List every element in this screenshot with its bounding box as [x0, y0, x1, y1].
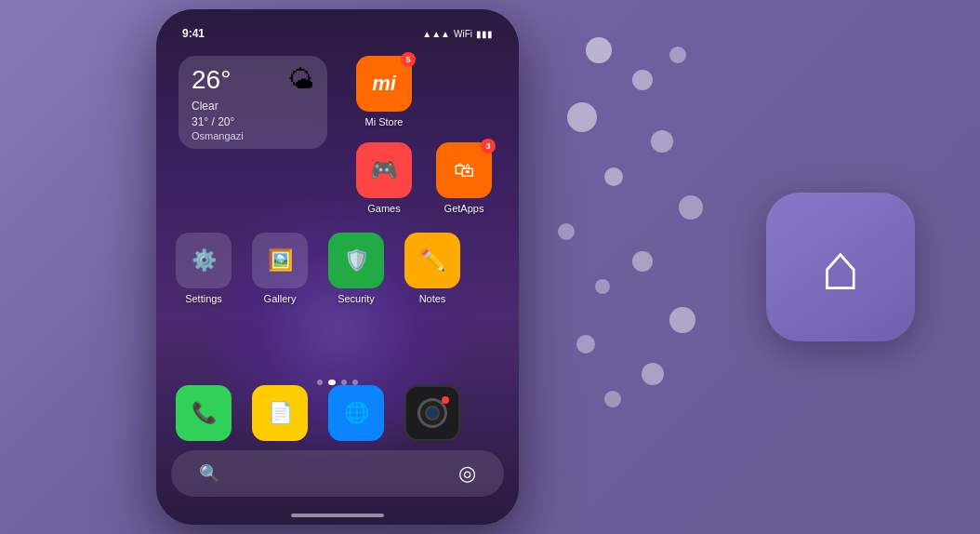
home-app-icon[interactable]: ⌂ [766, 193, 915, 341]
house-icon: ⌂ [821, 234, 860, 300]
security-icon: 🛡️ [328, 233, 384, 288]
app-phone[interactable]: 📞 [171, 385, 236, 441]
scatter-decoration [530, 19, 716, 391]
app-gallery[interactable]: 🖼️ Gallery [247, 233, 312, 304]
weather-temperature: 26° [192, 67, 231, 93]
bottom-bar: 🔍 ◎ [171, 450, 504, 497]
mi-store-icon: mi 5 [356, 56, 412, 112]
wifi-icon: WiFi [454, 29, 472, 39]
app-mi-store[interactable]: mi 5 Mi Store [351, 56, 417, 127]
scatter-circle [669, 307, 695, 333]
weather-widget[interactable]: 26° 🌤 Clear 31° / 20° Osmangazi [179, 56, 327, 149]
scatter-circle [604, 391, 621, 407]
app-notes[interactable]: ✏️ Notes [400, 233, 465, 304]
status-bar: 9:41 ▲▲▲ WiFi ▮▮▮ [156, 20, 519, 47]
search-icon[interactable]: 🔍 [199, 463, 219, 484]
app-files[interactable]: 📄 [247, 385, 312, 441]
dock-row: 📞 📄 🌐 [171, 385, 465, 441]
status-icons: ▲▲▲ WiFi ▮▮▮ [422, 29, 493, 39]
games-icon: 🎮 [356, 142, 412, 198]
getapps-label: GetApps [444, 203, 484, 214]
camera-record-dot [442, 396, 449, 404]
camera-icon [404, 385, 460, 441]
scatter-circle [558, 223, 575, 240]
weather-top: 26° 🌤 [192, 67, 314, 93]
home-indicator[interactable] [291, 514, 384, 517]
notes-label: Notes [419, 293, 446, 304]
notes-icon: ✏️ [404, 233, 460, 288]
ai-assistant-icon[interactable]: ◎ [458, 461, 476, 486]
scatter-circle [651, 130, 673, 153]
weather-icon: 🌤 [288, 67, 314, 93]
main-app-row: ⚙️ Settings 🖼️ Gallery 🛡️ Security ✏️ No… [171, 233, 465, 304]
phone-icon: 📞 [176, 385, 232, 441]
settings-icon: ⚙️ [176, 233, 232, 288]
scatter-circle [679, 195, 703, 220]
getapps-badge: 3 [481, 139, 496, 154]
app-security[interactable]: 🛡️ Security [324, 233, 389, 304]
mi-store-badge: 5 [401, 52, 416, 67]
scatter-circle [595, 279, 610, 294]
files-icon: 📄 [252, 385, 308, 441]
status-time: 9:41 [182, 27, 205, 40]
app-getapps[interactable]: 🛍 3 GetApps [431, 142, 497, 214]
games-label: Games [367, 203, 400, 214]
app-settings[interactable]: ⚙️ Settings [171, 233, 236, 304]
scatter-circle [669, 47, 686, 63]
scatter-circle [642, 363, 664, 385]
scatter-circle [604, 167, 623, 186]
scatter-circle [576, 335, 595, 354]
mi-store-label: Mi Store [365, 116, 404, 127]
signal-icon: ▲▲▲ [422, 29, 450, 39]
weather-condition: Clear [192, 99, 314, 114]
app-games[interactable]: 🎮 Games [351, 142, 417, 214]
weather-high-low: 31° / 20° [192, 114, 314, 130]
settings-label: Settings [185, 293, 222, 304]
scatter-circle [632, 251, 653, 272]
app-camera[interactable] [400, 385, 465, 441]
gallery-label: Gallery [264, 293, 297, 304]
phone-device: 9:41 ▲▲▲ WiFi ▮▮▮ 26° 🌤 Clear 31° / 20° … [156, 9, 519, 525]
scatter-circle [567, 102, 597, 132]
app-browser[interactable]: 🌐 [324, 385, 389, 441]
gallery-icon: 🖼️ [252, 233, 308, 288]
top-right-app-grid: mi 5 Mi Store 🎮 Games 🛍 3 GetApps [351, 56, 497, 214]
battery-icon: ▮▮▮ [476, 29, 493, 39]
security-label: Security [338, 293, 375, 304]
scatter-circle [632, 70, 653, 90]
browser-icon: 🌐 [328, 385, 384, 441]
weather-city: Osmangazi [192, 130, 314, 141]
scatter-circle [586, 37, 612, 63]
getapps-icon: 🛍 3 [436, 142, 492, 198]
